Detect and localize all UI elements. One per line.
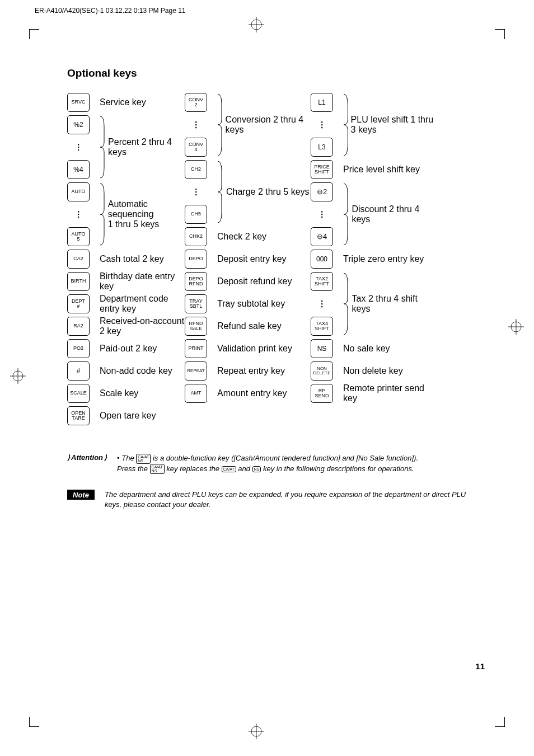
desc-open: Open tare key bbox=[100, 406, 185, 425]
page-number: 11 bbox=[475, 661, 485, 671]
inline-key-ns: NS bbox=[252, 466, 261, 472]
brace-icon bbox=[343, 93, 348, 157]
key-conv2: CONV 2 bbox=[185, 93, 207, 112]
desc-deporfnd: Deposit refund key bbox=[217, 272, 311, 291]
key-scale: SCALE bbox=[67, 384, 90, 403]
desc-print: Validation print key bbox=[217, 339, 311, 358]
key-disc4: ⊖4 bbox=[311, 227, 333, 246]
key-depo: DEPO bbox=[185, 250, 207, 269]
key-rpsend: RP SEND bbox=[311, 384, 333, 403]
brace-icon bbox=[100, 182, 105, 246]
dots-icon: ⁝ bbox=[311, 294, 333, 313]
key-dept: DEPT # bbox=[67, 294, 90, 313]
desc-repeat: Repeat entry key bbox=[217, 361, 311, 381]
brace-icon bbox=[217, 160, 223, 224]
desc-ca2: Cash total 2 key bbox=[100, 250, 185, 269]
desc-price: Price level shift key bbox=[343, 160, 435, 179]
key-priceshift: PRICE SHIFT bbox=[311, 160, 333, 179]
desc-scale: Scale key bbox=[100, 384, 185, 403]
key-conv4: CONV 4 bbox=[185, 138, 207, 157]
corner-mark bbox=[495, 717, 505, 727]
key-birth: BIRTH bbox=[67, 272, 90, 291]
note-body: The department and direct PLU keys can b… bbox=[105, 490, 470, 509]
brace-icon bbox=[217, 93, 222, 157]
desc-birth: Birthday date entry key bbox=[100, 272, 185, 291]
desc-disc: Discount 2 thru 4 keys bbox=[352, 204, 435, 224]
desc-num: Non-add code key bbox=[100, 361, 185, 381]
key-l1: L1 bbox=[311, 93, 333, 112]
key-ch5: CH5 bbox=[185, 205, 207, 224]
brace-icon bbox=[343, 272, 349, 336]
dots-icon: ⁝ bbox=[311, 205, 333, 224]
key-ns: NS bbox=[311, 339, 333, 358]
corner-mark bbox=[29, 717, 39, 727]
key-print: PRINT bbox=[185, 339, 207, 358]
corner-mark bbox=[495, 29, 505, 39]
key-amt: AMT bbox=[185, 384, 207, 403]
key-disc2: ⊖2 bbox=[311, 182, 333, 201]
key-auto: AUTO bbox=[67, 182, 90, 201]
dots-icon: ⁝ bbox=[311, 115, 333, 134]
key-opentare: OPEN TARE bbox=[67, 406, 90, 425]
key-pct2: %2 bbox=[67, 115, 90, 134]
attention-body: • The CA/AT NS is a double-function key … bbox=[117, 453, 418, 474]
key-nondelete: NON DELETE bbox=[311, 361, 333, 381]
key-pct4: %4 bbox=[67, 160, 90, 179]
dots-icon: ⁝ bbox=[67, 138, 90, 157]
inline-key-caat: CA/AT bbox=[222, 466, 236, 472]
key-tray: TRAY SBTL bbox=[185, 294, 207, 313]
key-repeat: REPEAT bbox=[185, 361, 207, 381]
desc-rp: Remote printer send key bbox=[343, 384, 435, 403]
desc-conv: Conversion 2 thru 4 keys bbox=[226, 115, 311, 135]
attention-label: Attention bbox=[67, 453, 107, 474]
desc-ch: Charge 2 thru 5 keys bbox=[226, 187, 310, 197]
key-num: # bbox=[67, 361, 90, 381]
crop-mark-bottom bbox=[249, 724, 264, 739]
desc-chk2: Check 2 key bbox=[217, 227, 311, 246]
desc-tax: Tax 2 thru 4 shift keys bbox=[352, 294, 435, 314]
key-ra2: RA2 bbox=[67, 317, 90, 336]
inline-key-caatns: CA/AT NS bbox=[150, 464, 165, 474]
page-heading: Optional keys bbox=[67, 67, 470, 79]
corner-mark bbox=[29, 29, 39, 39]
inline-key-caatns: CA/AT NS bbox=[136, 454, 151, 464]
key-l3: L3 bbox=[311, 138, 333, 157]
crop-mark-right bbox=[508, 319, 524, 335]
desc-po2: Paid-out 2 key bbox=[100, 339, 185, 358]
desc-nondel: Non delete key bbox=[343, 361, 435, 381]
desc-tray: Tray subtotal key bbox=[217, 294, 311, 313]
desc-auto: Automatic sequencing 1 thru 5 keys bbox=[108, 199, 185, 229]
desc-ns: No sale key bbox=[343, 339, 435, 358]
desc-plu: PLU level shift 1 thru 3 keys bbox=[351, 115, 435, 135]
key-tax4: TAX4 SHIFT bbox=[311, 317, 333, 336]
desc-zero: Triple zero entry key bbox=[343, 250, 435, 269]
key-srvc: SRVC bbox=[67, 93, 90, 112]
print-header: ER-A410/A420(SEC)-1 03.12.22 0:13 PM Pag… bbox=[35, 7, 186, 15]
key-auto5: AUTO 5 bbox=[67, 227, 90, 246]
desc-dept: Department code entry key bbox=[100, 294, 185, 313]
key-rfndsale: RFND SALE bbox=[185, 317, 207, 336]
note-label: Note bbox=[67, 490, 95, 500]
key-ca2: CA2 bbox=[67, 250, 90, 269]
desc-amt: Amount entry key bbox=[217, 384, 311, 403]
key-po2: PO2 bbox=[67, 339, 90, 358]
desc-ra2: Received-on-account 2 key bbox=[100, 317, 185, 336]
key-chk2: CHK2 bbox=[185, 227, 207, 246]
dots-icon: ⁝ bbox=[185, 115, 207, 134]
desc-rfnd: Refund sale key bbox=[217, 317, 311, 336]
desc-srvc: Service key bbox=[100, 93, 185, 112]
desc-percent: Percent 2 thru 4 keys bbox=[108, 137, 185, 157]
crop-mark-top bbox=[249, 17, 264, 32]
key-tax2: TAX2 SHIFT bbox=[311, 272, 333, 291]
crop-mark-left bbox=[10, 368, 26, 384]
key-ch2: CH2 bbox=[185, 160, 207, 179]
dots-icon: ⁝ bbox=[67, 205, 90, 224]
desc-depo: Deposit entry key bbox=[217, 250, 311, 269]
dots-icon: ⁝ bbox=[185, 182, 207, 201]
brace-icon bbox=[100, 115, 105, 179]
key-deporfnd: DEPO RFND bbox=[185, 272, 207, 291]
key-000: 000 bbox=[311, 250, 333, 269]
brace-icon bbox=[343, 182, 348, 246]
